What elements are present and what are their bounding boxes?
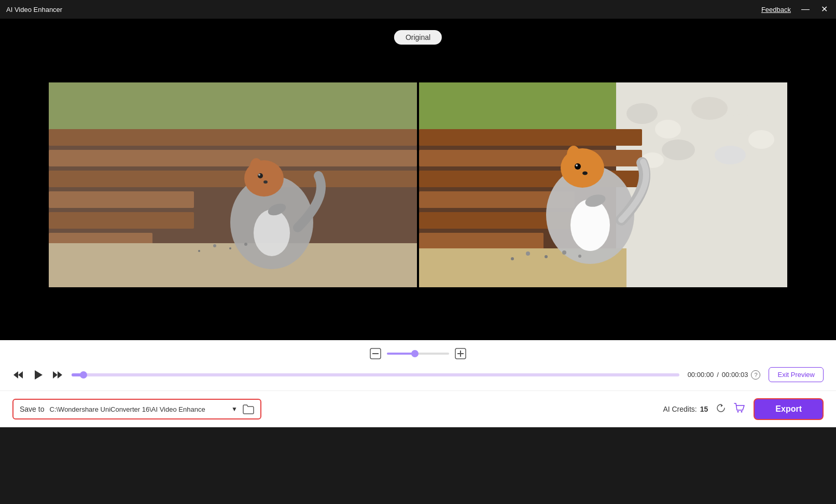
dropdown-arrow-icon: ▼ bbox=[231, 405, 238, 413]
ai-credits-label: AI Credits: bbox=[663, 405, 696, 413]
original-badge: Original bbox=[394, 30, 442, 45]
zoom-increase-button[interactable] bbox=[453, 346, 468, 361]
svg-rect-3 bbox=[49, 150, 417, 166]
video-left-panel bbox=[49, 82, 417, 287]
exit-preview-button[interactable]: Exit Preview bbox=[769, 367, 824, 382]
bottom-bar: Save to C:\Wondershare UniConverter 16\A… bbox=[0, 390, 836, 427]
feedback-link[interactable]: Feedback bbox=[761, 6, 791, 13]
export-button[interactable]: Export bbox=[754, 398, 824, 420]
help-icon[interactable]: ? bbox=[751, 370, 760, 380]
svg-point-48 bbox=[545, 255, 548, 258]
svg-rect-32 bbox=[419, 129, 642, 146]
close-button[interactable]: ✕ bbox=[819, 4, 830, 15]
svg-point-63 bbox=[737, 411, 739, 412]
svg-rect-5 bbox=[49, 191, 194, 208]
svg-point-19 bbox=[244, 243, 247, 246]
svg-marker-57 bbox=[13, 371, 18, 379]
ai-credits-display: AI Credits: 15 bbox=[663, 405, 708, 413]
save-path-text: C:\Wondershare UniConverter 16\AI Video … bbox=[49, 405, 205, 413]
skip-forward-button[interactable] bbox=[52, 369, 63, 381]
zoom-slider-thumb bbox=[411, 350, 419, 357]
svg-point-14 bbox=[258, 174, 260, 176]
title-bar-left: AI Video Enhancer bbox=[6, 6, 62, 13]
svg-point-47 bbox=[526, 251, 530, 256]
time-display: 00:00:00 / 00:00:03 ? bbox=[688, 370, 761, 380]
svg-point-20 bbox=[198, 250, 200, 252]
svg-point-27 bbox=[726, 114, 755, 134]
svg-rect-2 bbox=[49, 129, 417, 146]
svg-point-51 bbox=[578, 255, 581, 258]
svg-marker-58 bbox=[18, 371, 23, 379]
svg-point-13 bbox=[258, 173, 263, 178]
cart-button[interactable] bbox=[734, 403, 745, 416]
control-area: 00:00:00 / 00:00:03 ? Exit Preview bbox=[0, 340, 836, 390]
svg-point-45 bbox=[582, 171, 588, 175]
zoom-slider-container bbox=[387, 353, 449, 355]
video-area: Original bbox=[0, 19, 836, 340]
progress-bar[interactable] bbox=[72, 373, 679, 376]
svg-rect-8 bbox=[49, 243, 417, 287]
save-to-label: Save to bbox=[20, 405, 44, 413]
svg-point-12 bbox=[250, 158, 262, 175]
svg-point-44 bbox=[576, 164, 578, 166]
svg-marker-62 bbox=[721, 404, 723, 407]
title-bar-right: Feedback — ✕ bbox=[761, 4, 830, 15]
svg-marker-59 bbox=[35, 370, 43, 380]
video-right-panel bbox=[419, 82, 787, 287]
save-to-section: Save to C:\Wondershare UniConverter 16\A… bbox=[12, 399, 261, 419]
folder-browse-button[interactable] bbox=[243, 404, 254, 414]
refresh-credits-button[interactable] bbox=[716, 403, 726, 415]
svg-point-25 bbox=[655, 120, 681, 138]
time-total: 00:00:03 bbox=[722, 371, 748, 379]
zoom-slider[interactable] bbox=[387, 353, 449, 355]
svg-rect-37 bbox=[419, 233, 544, 249]
svg-point-28 bbox=[662, 139, 695, 160]
right-section: AI Credits: 15 Export bbox=[663, 398, 824, 420]
progress-bar-thumb bbox=[80, 371, 87, 379]
svg-rect-6 bbox=[49, 212, 194, 229]
svg-point-24 bbox=[626, 103, 658, 124]
svg-point-15 bbox=[263, 180, 268, 184]
svg-marker-60 bbox=[53, 371, 58, 379]
svg-marker-61 bbox=[58, 371, 62, 379]
svg-point-17 bbox=[213, 244, 216, 247]
svg-rect-33 bbox=[419, 150, 642, 166]
svg-point-40 bbox=[570, 199, 610, 251]
svg-point-64 bbox=[741, 411, 743, 412]
save-path-dropdown[interactable]: C:\Wondershare UniConverter 16\AI Video … bbox=[49, 405, 238, 413]
zoom-controls bbox=[368, 346, 468, 361]
svg-point-26 bbox=[691, 97, 728, 120]
svg-point-31 bbox=[748, 130, 774, 149]
skip-back-button[interactable] bbox=[12, 369, 24, 381]
svg-point-10 bbox=[254, 209, 290, 256]
svg-rect-4 bbox=[49, 171, 417, 187]
time-current: 00:00:00 bbox=[688, 371, 714, 379]
video-comparison bbox=[0, 19, 836, 340]
svg-point-43 bbox=[575, 163, 581, 170]
playback-controls: 00:00:00 / 00:00:03 ? Exit Preview bbox=[0, 367, 836, 382]
svg-point-42 bbox=[567, 146, 580, 164]
ai-credits-count: 15 bbox=[700, 405, 708, 413]
svg-point-18 bbox=[229, 247, 231, 249]
window-controls: — ✕ bbox=[799, 4, 830, 15]
time-separator: / bbox=[717, 371, 719, 379]
title-bar: AI Video Enhancer Feedback — ✕ bbox=[0, 0, 836, 19]
svg-point-30 bbox=[715, 146, 746, 164]
app-title: AI Video Enhancer bbox=[6, 6, 62, 13]
svg-point-49 bbox=[562, 250, 566, 255]
zoom-decrease-button[interactable] bbox=[368, 346, 383, 361]
play-button[interactable] bbox=[32, 369, 44, 381]
svg-point-50 bbox=[511, 257, 514, 260]
minimize-button[interactable]: — bbox=[799, 4, 812, 15]
